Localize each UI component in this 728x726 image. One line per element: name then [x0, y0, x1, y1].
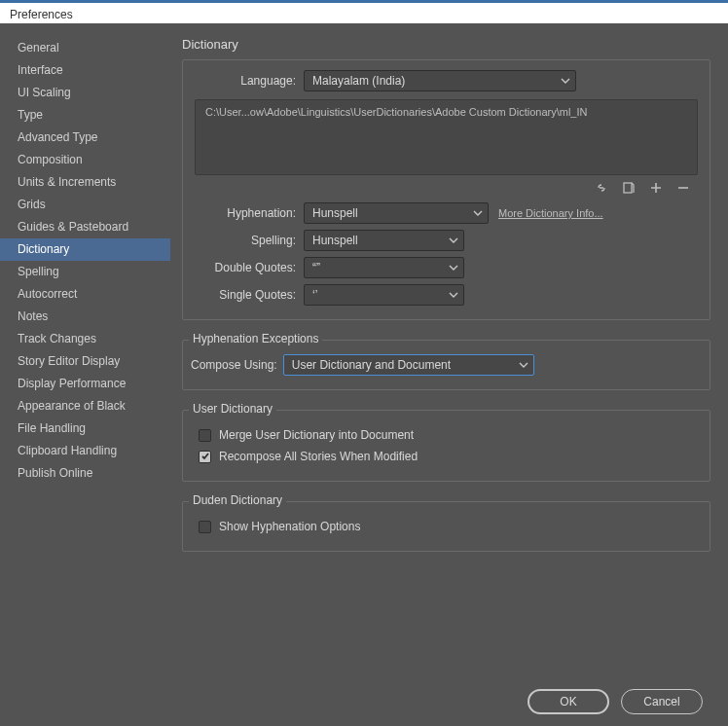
svg-rect-0 — [624, 183, 632, 193]
compose-using-label: Compose Using: — [191, 358, 277, 372]
sidebar-item-story-editor-display[interactable]: Story Editor Display — [0, 350, 170, 373]
hyphenation-value: Hunspell — [312, 206, 358, 220]
chevron-down-icon — [449, 290, 458, 300]
sidebar-item-file-handling[interactable]: File Handling — [0, 417, 170, 440]
sidebar-item-type[interactable]: Type — [0, 104, 170, 127]
remove-icon[interactable] — [676, 181, 690, 195]
spelling-label: Spelling: — [195, 234, 296, 247]
chevron-down-icon — [473, 208, 483, 218]
double-quotes-label: Double Quotes: — [195, 261, 296, 274]
dictionary-path-list[interactable]: C:\User...ow\Adobe\Linguistics\UserDicti… — [195, 99, 698, 175]
hyphenation-select[interactable]: Hunspell — [304, 202, 489, 224]
sidebar-item-general[interactable]: General — [0, 37, 170, 59]
window-titlebar: Preferences — [0, 0, 728, 23]
more-dictionary-info-link[interactable]: More Dictionary Info... — [498, 207, 603, 219]
ok-button[interactable]: OK — [528, 689, 609, 714]
merge-user-dict-checkbox[interactable] — [199, 429, 211, 442]
preferences-content: Dictionary Language: Malayalam (India) C… — [170, 23, 728, 677]
new-dictionary-icon[interactable] — [622, 181, 636, 195]
single-quotes-value: ‘’ — [312, 288, 317, 302]
sidebar-item-interface[interactable]: Interface — [0, 59, 170, 82]
spelling-select[interactable]: Hunspell — [304, 230, 464, 251]
sidebar-item-composition[interactable]: Composition — [0, 149, 170, 171]
dictionary-iconbar — [195, 177, 698, 202]
chevron-down-icon — [449, 263, 458, 272]
sidebar-item-spelling[interactable]: Spelling — [0, 261, 170, 283]
sidebar-item-autocorrect[interactable]: Autocorrect — [0, 283, 170, 306]
hyphenation-exceptions-group: Hyphenation Exceptions Compose Using: Us… — [182, 340, 710, 390]
sidebar-item-units-increments[interactable]: Units & Increments — [0, 171, 170, 194]
sidebar-item-guides-pasteboard[interactable]: Guides & Pasteboard — [0, 216, 170, 238]
sidebar-item-appearance-of-black[interactable]: Appearance of Black — [0, 395, 170, 417]
page-title: Dictionary — [182, 37, 710, 52]
double-quotes-select[interactable]: “” — [304, 257, 464, 278]
show-hyphenation-options-label: Show Hyphenation Options — [219, 520, 360, 533]
language-label: Language: — [195, 74, 296, 88]
sidebar-item-grids[interactable]: Grids — [0, 194, 170, 216]
sidebar-item-clipboard-handling[interactable]: Clipboard Handling — [0, 440, 170, 462]
preferences-sidebar: General Interface UI Scaling Type Advanc… — [0, 23, 170, 677]
spelling-value: Hunspell — [312, 234, 358, 247]
window-title: Preferences — [10, 8, 73, 21]
sidebar-item-notes[interactable]: Notes — [0, 306, 170, 328]
sidebar-item-dictionary[interactable]: Dictionary — [0, 238, 170, 261]
recompose-checkbox[interactable] — [199, 451, 211, 463]
chevron-down-icon — [561, 76, 570, 86]
double-quotes-value: “” — [312, 261, 320, 274]
duden-dictionary-group: Duden Dictionary Show Hyphenation Option… — [182, 501, 710, 552]
compose-using-select[interactable]: User Dictionary and Document — [283, 354, 534, 376]
add-icon[interactable] — [649, 181, 663, 195]
dialog-footer: OK Cancel — [0, 677, 728, 726]
user-dictionary-group: User Dictionary Merge User Dictionary in… — [182, 410, 710, 482]
sidebar-item-publish-online[interactable]: Publish Online — [0, 462, 170, 485]
recompose-label: Recompose All Stories When Modified — [219, 450, 418, 463]
single-quotes-label: Single Quotes: — [195, 288, 296, 302]
sidebar-item-ui-scaling[interactable]: UI Scaling — [0, 82, 170, 104]
single-quotes-select[interactable]: ‘’ — [304, 284, 464, 306]
relink-icon[interactable] — [595, 181, 608, 195]
chevron-down-icon — [449, 236, 458, 245]
show-hyphenation-options-checkbox[interactable] — [199, 521, 211, 533]
hyphenation-label: Hyphenation: — [195, 206, 296, 220]
merge-user-dict-label: Merge User Dictionary into Document — [219, 428, 414, 442]
dictionary-group: Language: Malayalam (India) C:\User...ow… — [182, 59, 710, 320]
chevron-down-icon — [519, 360, 528, 370]
dictionary-path: C:\User...ow\Adobe\Linguistics\UserDicti… — [205, 106, 588, 118]
sidebar-item-advanced-type[interactable]: Advanced Type — [0, 127, 170, 149]
compose-using-value: User Dictionary and Document — [292, 358, 451, 372]
language-value: Malayalam (India) — [312, 74, 405, 88]
duden-legend: Duden Dictionary — [189, 493, 286, 507]
cancel-button[interactable]: Cancel — [621, 689, 703, 714]
sidebar-item-display-performance[interactable]: Display Performance — [0, 373, 170, 395]
language-select[interactable]: Malayalam (India) — [304, 70, 576, 91]
user-dict-legend: User Dictionary — [189, 402, 276, 416]
hyph-exceptions-legend: Hyphenation Exceptions — [189, 332, 322, 345]
sidebar-item-track-changes[interactable]: Track Changes — [0, 328, 170, 350]
